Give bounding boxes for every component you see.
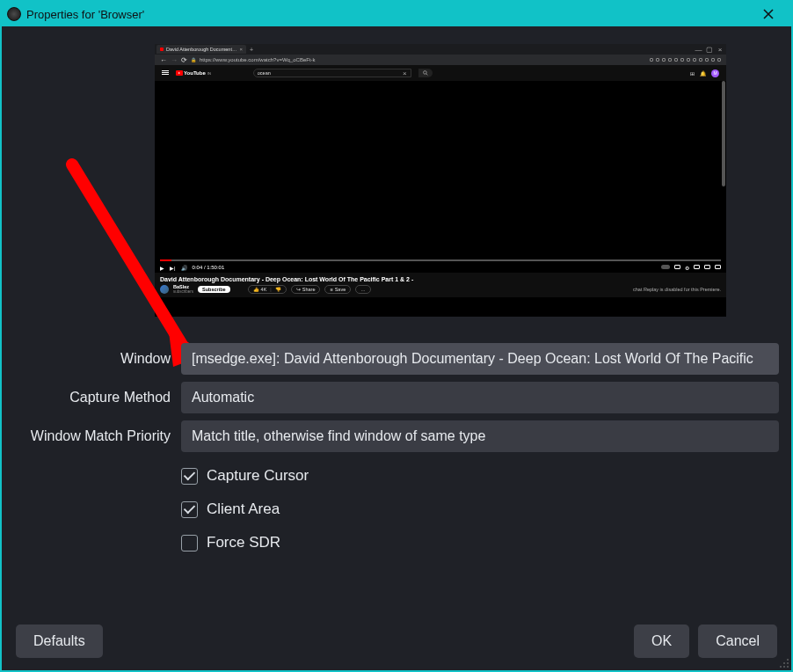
extension-icons — [650, 58, 721, 62]
player-controls: ▶ ▶| 🔊 0:04 / 1:50:01 ⚙ — [160, 262, 721, 273]
defaults-button[interactable]: Defaults — [16, 625, 103, 658]
svg-line-3 — [426, 74, 428, 76]
window-label: Window — [2, 351, 181, 367]
checkbox-icon — [181, 501, 198, 518]
svg-point-7 — [783, 662, 785, 664]
window-title: Properties for 'Browser' — [26, 8, 144, 21]
reload-icon: ⟳ — [181, 56, 187, 64]
hamburger-icon — [162, 70, 169, 76]
create-icon: ⊞ — [690, 70, 695, 77]
force-sdr-checkbox[interactable]: Force SDR — [181, 526, 779, 559]
youtube-header: YouTube IN ocean × ⊞ 🔔 M — [155, 65, 726, 81]
share-icon: ↪ — [296, 287, 301, 292]
minimize-icon: — — [695, 46, 703, 54]
capture-method-value: Automatic — [192, 390, 254, 405]
match-priority-select[interactable]: Match title, otherwise find window of sa… — [181, 420, 779, 452]
svg-point-8 — [787, 662, 789, 664]
browser-tab-label: David Attenborough Document… — [166, 47, 236, 52]
search-clear-icon: × — [403, 69, 407, 77]
video-player: ▶ ▶| 🔊 0:04 / 1:50:01 ⚙ — [155, 81, 726, 273]
chat-replay-message: chat Replay is disabled for this Premier… — [633, 287, 721, 292]
save-icon: ≡ — [330, 287, 332, 292]
captions-icon — [674, 265, 680, 269]
autoplay-toggle-icon — [661, 265, 670, 269]
browser-close-icon: × — [716, 46, 724, 54]
share-pill: ↪Share — [291, 285, 321, 294]
youtube-favicon-icon — [160, 47, 164, 51]
match-priority-value: Match title, otherwise find window of sa… — [192, 428, 485, 444]
channel-subscribers: subscribers — [173, 290, 193, 295]
forward-icon: → — [171, 56, 178, 64]
save-pill: ≡Save — [324, 285, 351, 294]
page-scrollbar — [722, 81, 725, 186]
properties-dialog: Properties for 'Browser' David Attenboro… — [0, 0, 793, 672]
channel-avatar-icon — [160, 285, 169, 294]
youtube-search-text: ocean — [258, 70, 271, 76]
browser-tab: David Attenborough Document… × — [156, 45, 246, 54]
notifications-icon: 🔔 — [700, 70, 706, 77]
youtube-logo-text: YouTube — [184, 70, 206, 76]
theater-icon — [704, 265, 710, 269]
youtube-search-input: ocean × — [253, 69, 411, 77]
window-select-value: [msedge.exe]: David Attenborough Documen… — [192, 351, 753, 367]
settings-icon: ⚙ — [685, 265, 689, 271]
checkbox-icon — [181, 468, 198, 485]
video-meta: David Attenborough Documentary - Deep Oc… — [155, 273, 726, 297]
play-time: 0:04 / 1:50:01 — [193, 265, 225, 270]
titlebar: Properties for 'Browser' — [2, 2, 791, 26]
svg-point-6 — [787, 659, 789, 661]
avatar-icon: M — [711, 69, 719, 77]
miniplayer-icon — [694, 265, 700, 269]
youtube-region-text: IN — [207, 71, 211, 76]
force-sdr-label: Force SDR — [207, 534, 280, 551]
progress-bar — [160, 259, 721, 261]
capture-method-select[interactable]: Automatic — [181, 382, 779, 413]
volume-icon: 🔊 — [181, 265, 187, 271]
svg-point-9 — [780, 666, 782, 668]
source-preview: David Attenborough Document… × + — ▢ × ←… — [155, 44, 726, 317]
dialog-footer: Defaults OK Cancel — [2, 616, 791, 670]
lock-icon: 🔒 — [191, 57, 196, 62]
match-priority-label: Window Match Priority — [2, 428, 181, 444]
next-icon: ▶| — [170, 265, 176, 271]
capture-cursor-label: Capture Cursor — [207, 467, 309, 485]
video-title: David Attenborough Documentary - Deep Oc… — [160, 276, 721, 282]
cancel-button[interactable]: Cancel — [698, 625, 777, 658]
fullscreen-icon — [715, 265, 721, 269]
back-icon: ← — [160, 56, 167, 64]
resize-grip-icon[interactable] — [777, 656, 789, 668]
search-icon — [423, 70, 428, 76]
youtube-search-button — [418, 69, 433, 77]
play-icon: ▶ — [160, 265, 164, 271]
like-pill: 👍 4K | 👎 — [248, 285, 287, 294]
more-pill: … — [355, 285, 371, 294]
properties-form: Window [msedge.exe]: David Attenborough … — [2, 343, 779, 559]
browser-window-controls: — ▢ × — [695, 46, 724, 54]
tab-close-icon: × — [239, 47, 243, 52]
client-area-label: Client Area — [207, 500, 280, 518]
capture-method-label: Capture Method — [2, 390, 181, 405]
close-button[interactable] — [753, 4, 784, 24]
browser-address-bar: ← → ⟳ 🔒 https://www.youtube.com/watch?v=… — [155, 55, 726, 65]
youtube-logo-icon: YouTube IN — [176, 70, 211, 76]
subscribe-button: Subscribe — [198, 286, 230, 293]
url-field: https://www.youtube.com/watch?v=Wq_oCBeF… — [200, 57, 646, 62]
browser-tabstrip: David Attenborough Document… × + — ▢ × — [155, 44, 726, 55]
thumbs-down-icon: 👎 — [275, 287, 281, 292]
close-icon — [762, 8, 775, 20]
obs-logo-icon — [7, 7, 21, 21]
capture-cursor-checkbox[interactable]: Capture Cursor — [181, 459, 779, 493]
svg-point-10 — [783, 666, 785, 668]
checkbox-icon — [181, 535, 198, 551]
maximize-icon: ▢ — [705, 46, 714, 54]
new-tab-icon: + — [250, 47, 253, 53]
svg-point-11 — [787, 666, 789, 668]
window-select[interactable]: [msedge.exe]: David Attenborough Documen… — [181, 343, 779, 375]
client-area-checkbox[interactable]: Client Area — [181, 493, 779, 526]
thumbs-up-icon: 👍 — [253, 287, 259, 292]
svg-point-2 — [423, 71, 426, 75]
ok-button[interactable]: OK — [634, 625, 689, 658]
